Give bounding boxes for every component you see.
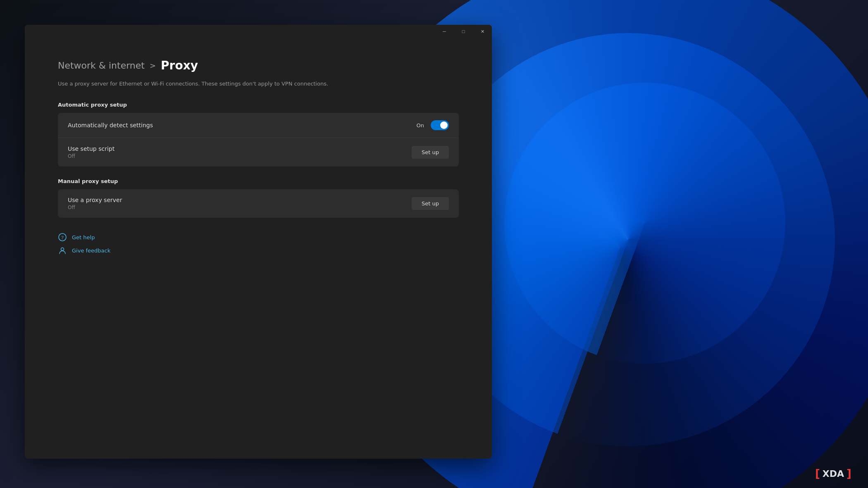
setup-script-title: Use setup script <box>68 145 114 152</box>
auto-detect-title: Automatically detect settings <box>68 122 153 129</box>
titlebar-controls: ─ □ ✕ <box>435 25 492 38</box>
settings-window: ─ □ ✕ Network & internet > Proxy Use a p… <box>25 25 492 459</box>
setup-script-status: Off <box>68 153 114 159</box>
breadcrumb-current: Proxy <box>161 59 198 72</box>
close-button[interactable]: ✕ <box>473 25 492 38</box>
manual-proxy-card: Use a proxy server Off Set up <box>58 189 459 218</box>
automatic-proxy-card: Automatically detect settings On Use set… <box>58 113 459 167</box>
proxy-server-controls: Set up <box>412 197 449 210</box>
maximize-button[interactable]: □ <box>454 25 473 38</box>
page-description: Use a proxy server for Ethernet or Wi-Fi… <box>58 81 459 87</box>
get-help-row[interactable]: ? Get help <box>58 233 459 242</box>
auto-detect-row: Automatically detect settings On <box>58 113 459 138</box>
auto-detect-toggle-label: On <box>417 122 424 129</box>
manual-proxy-header: Manual proxy setup <box>58 178 459 184</box>
page-content: Network & internet > Proxy Use a proxy s… <box>25 38 492 459</box>
manual-proxy-section: Manual proxy setup Use a proxy server Of… <box>58 178 459 218</box>
give-feedback-icon <box>58 246 67 255</box>
automatic-proxy-section: Automatic proxy setup Automatically dete… <box>58 102 459 167</box>
minimize-button[interactable]: ─ <box>435 25 454 38</box>
proxy-server-title: Use a proxy server <box>68 197 122 203</box>
xda-watermark: [ XDA ] <box>815 467 851 480</box>
auto-detect-controls: On <box>417 120 449 130</box>
wallpaper-circle <box>504 83 785 364</box>
breadcrumb-parent[interactable]: Network & internet <box>58 60 145 71</box>
titlebar: ─ □ ✕ <box>25 25 492 38</box>
svg-text:?: ? <box>61 234 64 240</box>
breadcrumb: Network & internet > Proxy <box>58 59 459 72</box>
give-feedback-row[interactable]: Give feedback <box>58 246 459 255</box>
get-help-link[interactable]: Get help <box>72 234 95 240</box>
setup-script-button[interactable]: Set up <box>412 146 449 159</box>
proxy-server-button[interactable]: Set up <box>412 197 449 210</box>
breadcrumb-separator: > <box>150 61 156 70</box>
proxy-server-status: Off <box>68 205 122 210</box>
get-help-icon: ? <box>58 233 67 242</box>
xda-bracket-left: [ <box>815 467 820 480</box>
setup-script-controls: Set up <box>412 146 449 159</box>
xda-bracket-right: ] <box>847 467 851 480</box>
xda-text: XDA <box>823 469 844 479</box>
auto-detect-info: Automatically detect settings <box>68 122 153 129</box>
proxy-server-info: Use a proxy server Off <box>68 197 122 210</box>
automatic-proxy-header: Automatic proxy setup <box>58 102 459 108</box>
proxy-server-row: Use a proxy server Off Set up <box>58 189 459 218</box>
auto-detect-toggle[interactable] <box>431 120 449 130</box>
give-feedback-link[interactable]: Give feedback <box>72 248 110 254</box>
setup-script-info: Use setup script Off <box>68 145 114 159</box>
help-links: ? Get help Give feedback <box>58 233 459 255</box>
setup-script-row: Use setup script Off Set up <box>58 138 459 167</box>
svg-point-2 <box>61 248 64 251</box>
